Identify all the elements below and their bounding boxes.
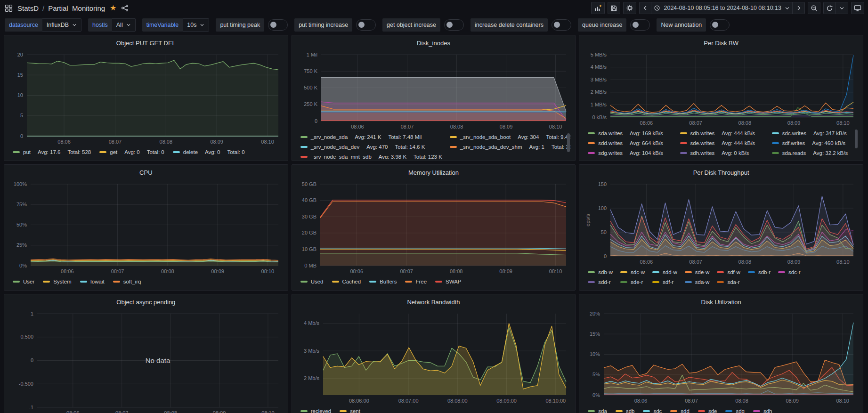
legend-item[interactable]: sde — [698, 406, 717, 413]
save-dashboard-button[interactable] — [608, 2, 620, 14]
legend-item[interactable]: sdg — [725, 406, 745, 413]
legend-item[interactable]: sdb-r — [748, 267, 771, 277]
dashboards-grid-icon[interactable] — [5, 4, 13, 12]
panel-chart[interactable]: 08:0608:0708:0808:0908:10-1-0.50000.5001… — [9, 308, 283, 413]
legend-item[interactable]: Cached — [332, 277, 361, 286]
panel-chart[interactable]: 08:0608:0708:0808:0908:10050100150ops/s — [584, 178, 858, 267]
legend-scrollbar-thumb[interactable] — [855, 130, 858, 148]
refresh-button[interactable] — [823, 2, 836, 14]
panel-chart[interactable]: 08:0608:0708:0808:0908:100%5%10%15%20% — [584, 308, 858, 405]
legend-item[interactable]: sdh — [753, 406, 772, 413]
legend-item[interactable]: sde-w — [685, 267, 710, 277]
legend-swatch — [588, 281, 595, 283]
legend-item[interactable]: sda.writesAvg: 169 kB/s — [588, 129, 672, 138]
panel-title[interactable]: Object PUT GET DEL — [9, 38, 283, 49]
panel-title[interactable]: Per Disk Throughput — [584, 167, 858, 178]
legend-item[interactable]: sdc-w — [620, 267, 645, 277]
dashboard-grid: Object PUT GET DEL 08:0608:0708:0808:090… — [0, 35, 868, 413]
kiosk-monitor-icon[interactable] — [851, 2, 864, 14]
share-icon[interactable] — [121, 4, 129, 12]
legend-item[interactable]: Used — [300, 277, 324, 286]
panel-title[interactable]: Per Disk BW — [584, 38, 858, 49]
breadcrumb-dashboard[interactable]: Partial_Monitoring — [48, 4, 105, 12]
legend-item[interactable]: SWAP — [435, 277, 461, 286]
panel-chart[interactable]: 08:0608:0708:0808:0908:1005101520 — [9, 49, 283, 146]
legend-item[interactable]: recieved — [300, 406, 331, 413]
legend-item[interactable]: sda.readsAvg: 32.2 kB/s — [772, 148, 856, 158]
legend-item[interactable]: _srv_node_sda_dev_shmAvg: 1Total: 31 — [450, 142, 571, 152]
zoom-out-time-button[interactable] — [808, 2, 820, 14]
legend-item[interactable]: Free — [405, 277, 427, 286]
panel-chart[interactable]: 08:06:0008:07:0008:08:0008:09:0008:10:00… — [297, 308, 571, 405]
legend-item[interactable]: sdc — [643, 406, 662, 413]
legend-item[interactable]: User — [13, 277, 34, 286]
legend-item[interactable]: sda — [588, 406, 607, 413]
breadcrumb-folder[interactable]: StatsD — [17, 4, 39, 12]
favorite-star-icon[interactable]: ★ — [110, 4, 116, 12]
time-range-back-button[interactable] — [639, 2, 651, 14]
legend-item[interactable]: sdd — [670, 406, 690, 413]
toggle-switch[interactable] — [630, 19, 650, 31]
legend-item[interactable]: Iowait — [80, 277, 105, 286]
refresh-interval-caret-icon[interactable] — [836, 2, 848, 14]
time-range-picker[interactable]: 2024-08-10 08:05:16 to 2024-08-10 08:10:… — [651, 2, 793, 14]
toggle-switch[interactable] — [356, 19, 376, 31]
legend-item[interactable]: putAvg: 17.6Total: 528 — [13, 147, 91, 157]
add-panel-button[interactable] — [591, 2, 605, 14]
legend-item[interactable]: sent — [340, 406, 360, 413]
variable-value-picker[interactable]: All — [112, 18, 136, 32]
panel-title[interactable]: Network Bandwidth — [297, 297, 571, 308]
legend-item[interactable]: _srv_node_sda_mnt_sdbAvg: 3.98 KTotal: 1… — [300, 152, 442, 159]
legend-item[interactable]: sdd.writesAvg: 664 kB/s — [588, 138, 672, 148]
time-range-text: 2024-08-10 08:05:16 to 2024-08-10 08:10:… — [664, 5, 781, 11]
legend-item[interactable]: sdd-r — [588, 277, 613, 287]
toggle-switch[interactable] — [444, 19, 464, 31]
panel-title[interactable]: CPU — [9, 167, 283, 178]
panel-title[interactable]: Disk Utilization — [584, 297, 858, 308]
legend-item[interactable]: sdb — [616, 406, 635, 413]
toggle-increase-delete-containers: increase delete containers — [471, 18, 571, 32]
legend-item[interactable]: sdh.writesAvg: 0 kB/s — [680, 148, 764, 158]
legend-item[interactable]: sdf.writesAvg: 460 kB/s — [772, 138, 856, 148]
toggle-switch[interactable] — [552, 19, 571, 31]
legend-item[interactable]: sdc.writesAvg: 347 kB/s — [772, 129, 856, 138]
legend-item[interactable]: sdd-w — [652, 267, 677, 277]
panel-title[interactable]: Memory Utilization — [297, 167, 571, 178]
legend-item[interactable]: deleteAvg: 0Total: 0 — [173, 147, 245, 157]
legend-item[interactable]: _srv_node_sda_devAvg: 470Total: 14.6 K — [300, 142, 442, 152]
legend-item[interactable]: sdg.writesAvg: 104 kB/s — [588, 148, 672, 158]
legend-item[interactable]: sdf-r — [652, 277, 677, 287]
legend-item[interactable]: sde.writesAvg: 444 kB/s — [680, 138, 764, 148]
svg-text:0: 0 — [20, 133, 23, 139]
legend-item[interactable]: sda-w — [685, 277, 710, 287]
panel-chart[interactable]: 08:0608:0708:0808:0908:100250 K500 K750 … — [297, 49, 571, 131]
legend-scrollbar-thumb[interactable] — [567, 133, 570, 152]
panel-title[interactable]: Disk_inodes — [297, 38, 571, 49]
legend-item[interactable]: sdf-w — [717, 267, 740, 277]
time-range-caret-icon — [785, 6, 790, 11]
legend-item[interactable]: getAvg: 0Total: 0 — [99, 147, 164, 157]
panel-chart[interactable]: 08:0608:0708:0808:0908:100 kB/s1 MB/s2 M… — [584, 49, 858, 128]
legend-item[interactable]: soft_irq — [113, 277, 141, 286]
variable-value-picker[interactable]: InfluxDB — [42, 18, 81, 32]
legend-item[interactable]: sda-r — [717, 277, 740, 287]
legend-item[interactable]: sdb.writesAvg: 444 kB/s — [680, 129, 764, 138]
toggle-switch[interactable] — [268, 19, 288, 31]
legend-item[interactable]: _srv_node_sda_bootAvg: 304Total: 9.42 K — [450, 132, 571, 142]
panel-chart[interactable]: 08:0608:0708:0808:0908:100 MB10 GB20 GB3… — [297, 178, 571, 276]
toggle-switch[interactable] — [710, 19, 730, 31]
legend-item[interactable]: Buffers — [369, 277, 397, 286]
time-range-forward-button[interactable] — [793, 2, 805, 14]
variable-label: timeVariable — [142, 18, 183, 32]
panel-chart[interactable]: 08:0608:0708:0808:0908:100%25%50%75%100% — [9, 178, 283, 276]
legend-swatch — [778, 271, 785, 273]
legend-item[interactable]: sde-r — [620, 277, 645, 287]
legend-item[interactable]: sdc-r — [778, 267, 801, 277]
legend-item[interactable]: _srv_node_sdaAvg: 241 KTotal: 7.48 Mil — [300, 132, 442, 142]
svg-text:08:08: 08:08 — [738, 259, 752, 265]
legend-item[interactable]: sdb-w — [588, 267, 613, 277]
variable-value-picker[interactable]: 10s — [183, 18, 209, 32]
panel-title[interactable]: Object async pending — [9, 297, 283, 308]
legend-item[interactable]: System — [43, 277, 71, 286]
dashboard-settings-gear-icon[interactable] — [623, 2, 636, 14]
